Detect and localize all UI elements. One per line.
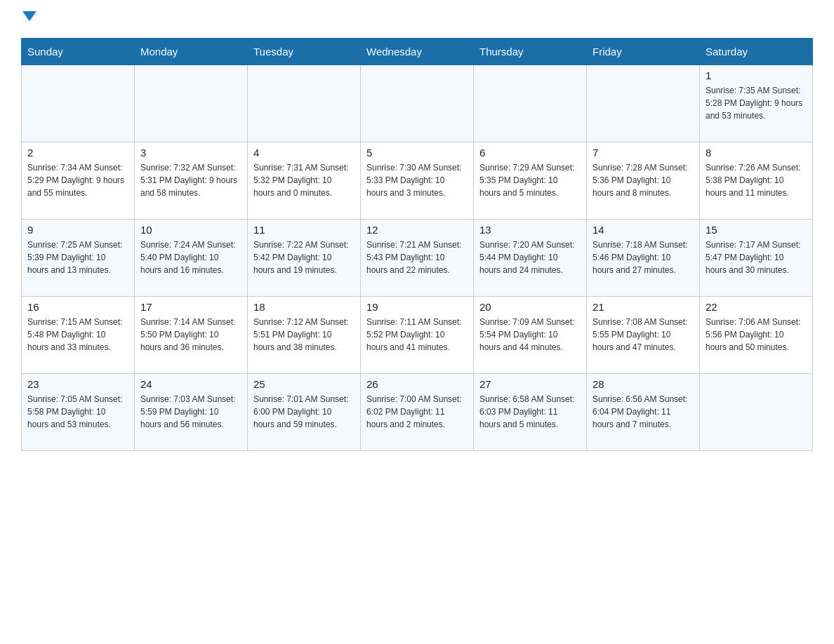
day-info: Sunrise: 7:05 AM Sunset: 5:58 PM Dayligh… [27, 393, 128, 431]
calendar-header-wednesday: Wednesday [361, 39, 474, 65]
day-info: Sunrise: 7:30 AM Sunset: 5:33 PM Dayligh… [366, 161, 468, 199]
calendar-cell: 2Sunrise: 7:34 AM Sunset: 5:29 PM Daylig… [22, 142, 135, 220]
calendar-cell: 22Sunrise: 7:06 AM Sunset: 5:56 PM Dayli… [700, 297, 813, 374]
calendar-cell: 14Sunrise: 7:18 AM Sunset: 5:46 PM Dayli… [587, 220, 700, 297]
calendar-cell: 27Sunrise: 6:58 AM Sunset: 6:03 PM Dayli… [474, 374, 587, 451]
calendar-week-row: 2Sunrise: 7:34 AM Sunset: 5:29 PM Daylig… [22, 142, 813, 220]
calendar-cell: 1Sunrise: 7:35 AM Sunset: 5:28 PM Daylig… [700, 65, 813, 142]
day-number: 11 [253, 224, 355, 236]
calendar-header-saturday: Saturday [700, 39, 813, 65]
calendar-cell: 24Sunrise: 7:03 AM Sunset: 5:59 PM Dayli… [135, 374, 248, 451]
day-number: 8 [706, 147, 807, 159]
day-number: 23 [27, 378, 128, 390]
calendar-cell: 13Sunrise: 7:20 AM Sunset: 5:44 PM Dayli… [474, 220, 587, 297]
calendar-cell: 7Sunrise: 7:28 AM Sunset: 5:36 PM Daylig… [587, 142, 700, 220]
day-info: Sunrise: 7:01 AM Sunset: 6:00 PM Dayligh… [253, 393, 355, 431]
calendar-cell: 28Sunrise: 6:56 AM Sunset: 6:04 PM Dayli… [587, 374, 700, 451]
calendar-cell: 3Sunrise: 7:32 AM Sunset: 5:31 PM Daylig… [135, 142, 248, 220]
calendar-header-thursday: Thursday [474, 39, 587, 65]
day-info: Sunrise: 7:31 AM Sunset: 5:32 PM Dayligh… [253, 161, 355, 199]
day-info: Sunrise: 7:28 AM Sunset: 5:36 PM Dayligh… [593, 161, 694, 199]
day-info: Sunrise: 7:12 AM Sunset: 5:51 PM Dayligh… [253, 316, 355, 354]
calendar-header-friday: Friday [587, 39, 700, 65]
day-info: Sunrise: 7:26 AM Sunset: 5:38 PM Dayligh… [706, 161, 807, 199]
day-number: 27 [479, 378, 581, 390]
page-header [21, 14, 813, 24]
day-info: Sunrise: 7:20 AM Sunset: 5:44 PM Dayligh… [479, 239, 581, 276]
calendar-cell: 20Sunrise: 7:09 AM Sunset: 5:54 PM Dayli… [474, 297, 587, 374]
day-number: 2 [27, 147, 128, 159]
calendar-header-tuesday: Tuesday [248, 39, 361, 65]
day-info: Sunrise: 7:21 AM Sunset: 5:43 PM Dayligh… [366, 239, 468, 276]
day-number: 18 [253, 301, 355, 313]
calendar-cell: 12Sunrise: 7:21 AM Sunset: 5:43 PM Dayli… [361, 220, 474, 297]
day-number: 28 [593, 378, 694, 390]
day-info: Sunrise: 7:03 AM Sunset: 5:59 PM Dayligh… [140, 393, 241, 431]
calendar-cell [135, 65, 248, 142]
calendar-table: SundayMondayTuesdayWednesdayThursdayFrid… [21, 38, 813, 451]
day-info: Sunrise: 7:18 AM Sunset: 5:46 PM Dayligh… [593, 239, 694, 276]
calendar-cell: 8Sunrise: 7:26 AM Sunset: 5:38 PM Daylig… [700, 142, 813, 220]
calendar-header-monday: Monday [135, 39, 248, 65]
calendar-cell: 4Sunrise: 7:31 AM Sunset: 5:32 PM Daylig… [248, 142, 361, 220]
day-info: Sunrise: 7:25 AM Sunset: 5:39 PM Dayligh… [27, 239, 128, 276]
day-number: 9 [27, 224, 128, 236]
day-info: Sunrise: 7:29 AM Sunset: 5:35 PM Dayligh… [479, 161, 581, 199]
day-number: 17 [140, 301, 241, 313]
day-info: Sunrise: 7:06 AM Sunset: 5:56 PM Dayligh… [706, 316, 807, 354]
calendar-cell: 11Sunrise: 7:22 AM Sunset: 5:42 PM Dayli… [248, 220, 361, 297]
logo-triangle-icon [22, 11, 37, 21]
day-number: 7 [593, 147, 694, 159]
calendar-cell: 10Sunrise: 7:24 AM Sunset: 5:40 PM Dayli… [135, 220, 248, 297]
day-number: 21 [593, 301, 694, 313]
day-number: 15 [706, 224, 807, 236]
day-info: Sunrise: 6:56 AM Sunset: 6:04 PM Dayligh… [593, 393, 694, 431]
day-info: Sunrise: 7:22 AM Sunset: 5:42 PM Dayligh… [253, 239, 355, 276]
logo [21, 14, 37, 24]
calendar-cell: 17Sunrise: 7:14 AM Sunset: 5:50 PM Dayli… [135, 297, 248, 374]
day-number: 5 [366, 147, 468, 159]
day-number: 13 [479, 224, 581, 236]
calendar-week-row: 1Sunrise: 7:35 AM Sunset: 5:28 PM Daylig… [22, 65, 813, 142]
calendar-cell: 19Sunrise: 7:11 AM Sunset: 5:52 PM Dayli… [361, 297, 474, 374]
calendar-week-row: 9Sunrise: 7:25 AM Sunset: 5:39 PM Daylig… [22, 220, 813, 297]
calendar-cell: 21Sunrise: 7:08 AM Sunset: 5:55 PM Dayli… [587, 297, 700, 374]
day-number: 6 [479, 147, 581, 159]
day-number: 20 [479, 301, 581, 313]
day-number: 3 [140, 147, 241, 159]
calendar-cell [700, 374, 813, 451]
calendar-cell: 16Sunrise: 7:15 AM Sunset: 5:48 PM Dayli… [22, 297, 135, 374]
calendar-cell: 9Sunrise: 7:25 AM Sunset: 5:39 PM Daylig… [22, 220, 135, 297]
day-info: Sunrise: 7:35 AM Sunset: 5:28 PM Dayligh… [706, 84, 807, 122]
day-number: 24 [140, 378, 241, 390]
day-number: 12 [366, 224, 468, 236]
calendar-cell [474, 65, 587, 142]
day-number: 10 [140, 224, 241, 236]
calendar-cell: 23Sunrise: 7:05 AM Sunset: 5:58 PM Dayli… [22, 374, 135, 451]
calendar-cell [587, 65, 700, 142]
calendar-header-sunday: Sunday [22, 39, 135, 65]
day-info: Sunrise: 7:15 AM Sunset: 5:48 PM Dayligh… [27, 316, 128, 354]
day-number: 14 [593, 224, 694, 236]
day-number: 4 [253, 147, 355, 159]
calendar-week-row: 16Sunrise: 7:15 AM Sunset: 5:48 PM Dayli… [22, 297, 813, 374]
day-number: 16 [27, 301, 128, 313]
day-number: 26 [366, 378, 468, 390]
calendar-cell: 26Sunrise: 7:00 AM Sunset: 6:02 PM Dayli… [361, 374, 474, 451]
day-info: Sunrise: 7:14 AM Sunset: 5:50 PM Dayligh… [140, 316, 241, 354]
day-number: 25 [253, 378, 355, 390]
day-info: Sunrise: 7:17 AM Sunset: 5:47 PM Dayligh… [706, 239, 807, 276]
calendar-cell [361, 65, 474, 142]
day-info: Sunrise: 7:09 AM Sunset: 5:54 PM Dayligh… [479, 316, 581, 354]
calendar-cell: 25Sunrise: 7:01 AM Sunset: 6:00 PM Dayli… [248, 374, 361, 451]
day-info: Sunrise: 6:58 AM Sunset: 6:03 PM Dayligh… [479, 393, 581, 431]
day-info: Sunrise: 7:34 AM Sunset: 5:29 PM Dayligh… [27, 161, 128, 199]
day-info: Sunrise: 7:24 AM Sunset: 5:40 PM Dayligh… [140, 239, 241, 276]
day-info: Sunrise: 7:11 AM Sunset: 5:52 PM Dayligh… [366, 316, 468, 354]
calendar-cell: 6Sunrise: 7:29 AM Sunset: 5:35 PM Daylig… [474, 142, 587, 220]
calendar-cell: 15Sunrise: 7:17 AM Sunset: 5:47 PM Dayli… [700, 220, 813, 297]
day-info: Sunrise: 7:32 AM Sunset: 5:31 PM Dayligh… [140, 161, 241, 199]
calendar-cell [22, 65, 135, 142]
day-number: 19 [366, 301, 468, 313]
calendar-cell: 18Sunrise: 7:12 AM Sunset: 5:51 PM Dayli… [248, 297, 361, 374]
